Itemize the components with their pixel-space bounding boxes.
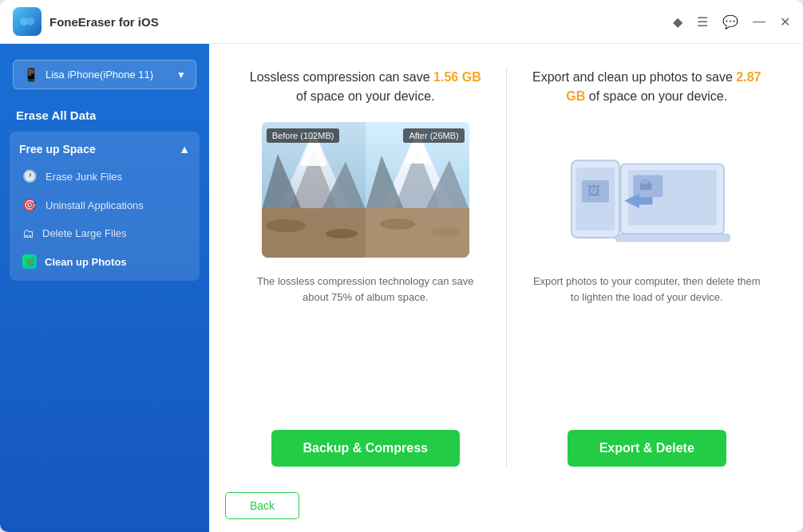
close-icon[interactable]: ✕ <box>780 14 790 30</box>
menu-icon[interactable]: ☰ <box>697 14 708 30</box>
content-area: Lossless compression can save 1.56 GB of… <box>209 44 803 532</box>
compress-title-part2: of space on your device. <box>296 89 434 103</box>
app-icon <box>13 7 42 36</box>
svg-text:🖼: 🖼 <box>587 183 601 199</box>
export-title-part1: Export and clean up photos to save <box>532 70 736 84</box>
compress-title-part1: Lossless compression can save <box>250 70 433 84</box>
svg-point-17 <box>326 229 358 238</box>
uninstall-apps-label: Uninstall Applications <box>45 199 144 211</box>
chat-icon[interactable]: 💬 <box>722 14 738 30</box>
before-label: Before (102MB) <box>267 128 340 143</box>
title-bar-left: FoneEraser for iOS <box>13 7 159 36</box>
sidebar-item-delete-large[interactable]: 🗂 Delete Large Files <box>10 219 200 247</box>
erase-junk-label: Erase Junk Files <box>45 171 122 183</box>
free-up-space-section: Free up Space ▲ 🕐 Erase Junk Files 🎯 Uni… <box>10 132 200 281</box>
device-illustration: 🏔 🖼 <box>551 122 742 258</box>
free-up-space-header[interactable]: Free up Space ▲ <box>10 136 200 162</box>
uninstall-apps-icon: 🎯 <box>22 198 38 212</box>
delete-large-icon: 🗂 <box>22 227 34 240</box>
bottom-bar: Back <box>209 483 803 532</box>
svg-rect-24 <box>615 234 730 241</box>
comparison-image: Before (102MB) After (26MB) <box>262 122 469 258</box>
device-name: Lisa iPhone(iPhone 11) <box>45 69 170 81</box>
clean-photos-icon: 🌿 <box>22 254 37 269</box>
backup-compress-button[interactable]: Backup & Compress <box>271 430 461 467</box>
delete-large-label: Delete Large Files <box>42 227 127 239</box>
back-button[interactable]: Back <box>225 492 299 519</box>
collapse-icon: ▲ <box>179 143 190 156</box>
device-icon: 📱 <box>23 67 39 82</box>
clean-photos-label: Clean up Photos <box>45 256 127 268</box>
minimize-icon[interactable]: — <box>753 14 765 29</box>
export-panel-title: Export and clean up photos to save 2.87 … <box>531 68 764 106</box>
svg-text:🏔: 🏔 <box>639 178 653 193</box>
export-description: Export photos to your computer, then del… <box>531 274 764 305</box>
device-selector[interactable]: 📱 Lisa iPhone(iPhone 11) ▼ <box>13 60 196 89</box>
svg-point-16 <box>266 219 306 232</box>
after-label: After (26MB) <box>403 128 464 143</box>
export-title-part2: of space on your device. <box>585 89 727 103</box>
sidebar-item-clean-photos[interactable]: 🌿 Clean up Photos <box>10 247 200 276</box>
export-panel: Export and clean up photos to save 2.87 … <box>507 68 788 467</box>
compress-panel: Lossless compression can save 1.56 GB of… <box>225 68 507 467</box>
export-delete-button[interactable]: Export & Delete <box>568 430 726 467</box>
diamond-icon[interactable]: ◆ <box>673 14 682 30</box>
erase-all-label: Erase All Data <box>0 108 209 132</box>
svg-point-19 <box>431 227 460 237</box>
svg-point-18 <box>380 219 415 230</box>
erase-junk-icon: 🕐 <box>22 169 38 183</box>
sidebar-item-erase-junk[interactable]: 🕐 Erase Junk Files <box>10 162 200 191</box>
compress-title-highlight: 1.56 GB <box>433 70 481 84</box>
app-window: FoneEraser for iOS ◆ ☰ 💬 — ✕ 📱 Lisa iPho… <box>0 0 803 532</box>
free-up-space-label: Free up Space <box>19 143 96 156</box>
compress-description: The lossless compression technology can … <box>249 274 482 305</box>
sidebar: 📱 Lisa iPhone(iPhone 11) ▼ Erase All Dat… <box>0 44 209 532</box>
sidebar-item-uninstall-apps[interactable]: 🎯 Uninstall Applications <box>10 191 200 219</box>
title-bar: FoneEraser for iOS ◆ ☰ 💬 — ✕ <box>0 0 803 44</box>
svg-point-1 <box>26 18 34 26</box>
main-layout: 📱 Lisa iPhone(iPhone 11) ▼ Erase All Dat… <box>0 44 803 532</box>
app-title: FoneEraser for iOS <box>49 15 159 29</box>
content-panels: Lossless compression can save 1.56 GB of… <box>209 44 803 483</box>
compress-panel-title: Lossless compression can save 1.56 GB of… <box>249 68 482 106</box>
title-bar-actions: ◆ ☰ 💬 — ✕ <box>673 14 790 30</box>
chevron-down-icon: ▼ <box>176 69 186 81</box>
